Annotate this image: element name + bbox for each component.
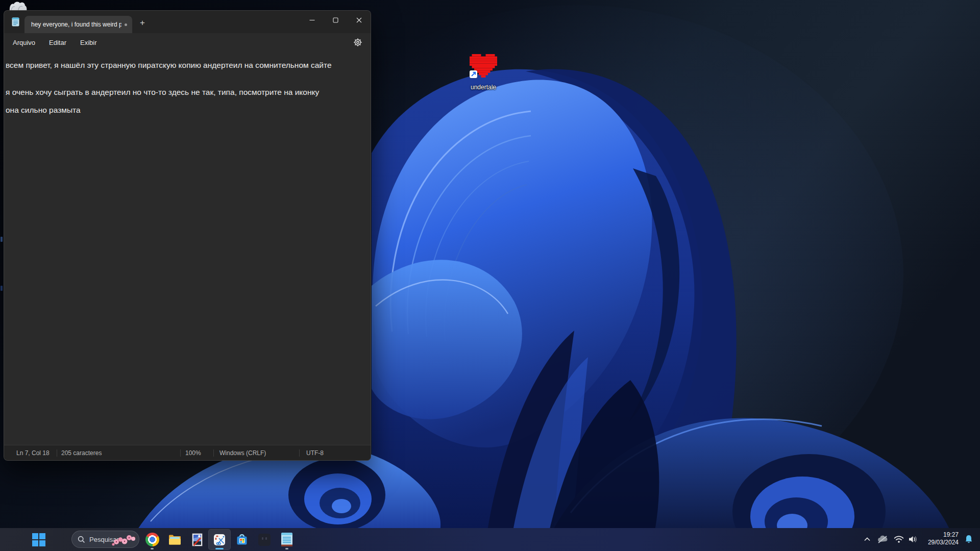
chrome-icon <box>145 533 159 546</box>
desktop-icon-sliver <box>1 237 3 242</box>
tray-clock[interactable]: 19:27 29/03/2024 <box>923 531 959 546</box>
taskbar-microsoft-store[interactable] <box>231 529 253 550</box>
notepad-window: hey everyone, i found this weird pi + Ar… <box>4 10 371 461</box>
notepad-menubar: Arquivo Editar Exibir <box>4 33 371 52</box>
running-indicator <box>151 548 154 549</box>
unsaved-indicator-dot <box>125 23 127 26</box>
wifi-icon[interactable] <box>892 532 906 547</box>
taskbar: Pesquisar <box>0 528 980 551</box>
editor-text: всем привет, я нашёл эту странную пиратс… <box>4 52 371 114</box>
maximize-button[interactable] <box>324 11 347 29</box>
notification-bell-icon[interactable] <box>962 532 976 547</box>
taskbar-search[interactable]: Pesquisar <box>71 531 139 548</box>
taskbar-app-icons <box>141 529 298 550</box>
tray-date: 29/03/2024 <box>923 539 959 546</box>
cherry-blossom-decoration <box>110 533 137 547</box>
status-cursor-position: Ln 7, Col 18 <box>16 449 50 457</box>
snipping-tool-icon <box>212 533 227 547</box>
new-tab-button[interactable]: + <box>137 17 148 29</box>
shortcut-label: undertale <box>462 84 505 91</box>
desktop-icon-sliver <box>1 286 3 291</box>
taskbar-file-explorer[interactable] <box>163 529 186 550</box>
status-line-ending: Windows (CRLF) <box>219 449 266 457</box>
status-separator <box>180 449 181 457</box>
minimize-button[interactable] <box>300 11 324 29</box>
menu-exibir[interactable]: Exibir <box>80 37 97 48</box>
active-indicator <box>215 548 224 549</box>
shortcut-arrow-icon <box>470 70 477 78</box>
menu-editar[interactable]: Editar <box>49 37 66 48</box>
status-separator <box>299 449 300 457</box>
onedrive-offline-icon[interactable] <box>875 532 890 547</box>
tab-title: hey everyone, i found this weird pi <box>31 21 121 28</box>
tray-time: 19:27 <box>923 531 959 539</box>
unknown-dark-app-icon <box>258 534 271 546</box>
taskbar-paint[interactable] <box>186 529 208 550</box>
menu-arquivo[interactable]: Arquivo <box>13 37 35 48</box>
desktop-shortcut-undertale[interactable]: undertale <box>462 54 505 91</box>
notepad-tab[interactable]: hey everyone, i found this weird pi <box>24 16 132 33</box>
start-button[interactable] <box>28 529 50 550</box>
status-char-count: 205 caracteres <box>61 449 102 457</box>
tray-chevron-up-icon[interactable] <box>860 532 875 547</box>
volume-icon[interactable] <box>906 532 920 547</box>
notepad-editor[interactable]: всем привет, я нашёл эту странную пиратс… <box>4 52 371 445</box>
running-indicator <box>285 548 288 549</box>
notepad-app-icon <box>12 17 19 29</box>
status-encoding: UTF-8 <box>306 449 324 457</box>
taskbar-unknown-dark-app[interactable] <box>253 529 276 550</box>
paint-icon <box>190 533 204 547</box>
status-separator <box>213 449 214 457</box>
notepad-statusbar: Ln 7, Col 18 205 caracteres 100% Windows… <box>4 445 371 460</box>
close-button[interactable] <box>347 11 371 29</box>
status-separator <box>57 449 57 457</box>
window-controls <box>300 11 371 29</box>
search-icon <box>78 536 85 543</box>
taskbar-notepad[interactable] <box>276 529 298 550</box>
desktop: undertale hey everyone, i found this wei… <box>0 0 980 551</box>
gear-icon[interactable] <box>352 37 363 48</box>
file-explorer-icon <box>167 533 182 547</box>
windows-logo-icon <box>32 533 45 546</box>
taskbar-chrome[interactable] <box>141 529 163 550</box>
notepad-taskbar-icon <box>280 532 293 547</box>
status-zoom-level: 100% <box>185 449 201 457</box>
taskbar-snipping-tool[interactable] <box>208 529 231 550</box>
microsoft-store-icon <box>235 533 249 547</box>
notepad-titlebar[interactable]: hey everyone, i found this weird pi + <box>4 11 371 33</box>
